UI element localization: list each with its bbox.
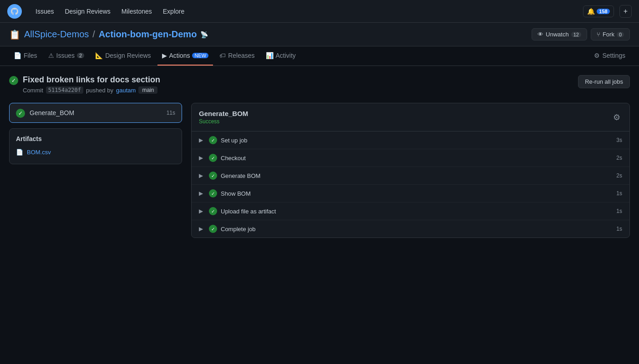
step-name-set-up-job: Set up job (221, 137, 613, 144)
repo-owner-link[interactable]: AllSpice-Demos (24, 29, 89, 40)
workflow-status-icon: ✓ (9, 76, 18, 85)
nav-milestones[interactable]: Milestones (117, 5, 157, 18)
panel-settings-button[interactable]: ⚙ (611, 111, 622, 124)
artifact-bom-csv[interactable]: 📄 BOM.csv (16, 147, 175, 157)
job-duration: 11s (167, 110, 175, 116)
design-reviews-icon: 📐 (95, 52, 103, 59)
job-item-generate-bom[interactable]: ✓ Generate_BOM 11s (9, 103, 182, 123)
artifacts-title: Artifacts (16, 135, 175, 142)
fork-icon: ⑂ (597, 31, 600, 38)
commit-label: Commit (23, 87, 43, 94)
step-name-checkout: Checkout (221, 155, 613, 162)
unwatch-button[interactable]: 👁 Unwatch 12 (532, 28, 587, 40)
step-success-icon: ✓ (209, 136, 217, 144)
workflow-info: Fixed broken links for docs section Comm… (23, 75, 160, 94)
repo-tabs: 📄 Files ⚠ Issues 2 📐 Design Reviews ▶ Ac… (0, 46, 639, 66)
nav-design-reviews[interactable]: Design Reviews (60, 5, 115, 18)
top-nav-links: Issues Design Reviews Milestones Explore (31, 5, 574, 18)
page-content: ✓ Fixed broken links for docs section Co… (0, 66, 639, 247)
tab-design-reviews[interactable]: 📐 Design Reviews (91, 46, 155, 66)
file-icon: 📄 (16, 149, 23, 156)
files-icon: 📄 (14, 52, 21, 59)
branch-badge: main (138, 86, 157, 94)
step-name-show-bom: Show BOM (221, 190, 613, 197)
right-panel: Generate_BOM Success ⚙ ▶ ✓ Set up job 3s… (191, 103, 630, 238)
step-name-generate-bom: Generate BOM (221, 172, 613, 179)
tab-design-reviews-label: Design Reviews (105, 52, 151, 59)
artifacts-section: Artifacts 📄 BOM.csv (9, 128, 182, 164)
commit-hash: 51154a220f (46, 86, 83, 94)
nav-issues[interactable]: Issues (31, 5, 58, 18)
step-row-show-bom[interactable]: ▶ ✓ Show BOM 1s (192, 185, 629, 202)
fork-count: 0 (617, 32, 624, 37)
tab-settings[interactable]: ⚙ Settings (589, 46, 630, 66)
main-layout: ✓ Generate_BOM 11s Artifacts 📄 BOM.csv G… (9, 103, 630, 238)
step-success-icon: ✓ (209, 154, 217, 162)
site-logo[interactable] (7, 4, 22, 19)
workflow-header: ✓ Fixed broken links for docs section Co… (9, 75, 630, 94)
step-duration-checkout: 2s (616, 155, 622, 161)
repo-name-link[interactable]: Action-bom-gen-Demo (99, 29, 197, 40)
step-chevron-icon: ▶ (199, 155, 205, 161)
activity-icon: 📊 (266, 52, 274, 59)
step-row-complete-job[interactable]: ▶ ✓ Complete job 1s (192, 220, 629, 238)
step-row-upload-file[interactable]: ▶ ✓ Upload file as artifact 1s (192, 202, 629, 220)
tab-activity[interactable]: 📊 Activity (261, 46, 300, 66)
right-panel-header: Generate_BOM Success ⚙ (192, 103, 629, 131)
step-chevron-icon: ▶ (199, 226, 205, 232)
artifact-name: BOM.csv (27, 149, 51, 156)
step-chevron-icon: ▶ (199, 137, 205, 143)
workflow-title-section: ✓ Fixed broken links for docs section Co… (9, 75, 160, 94)
tab-actions[interactable]: ▶ Actions NEW (157, 46, 213, 66)
issues-icon: ⚠ (48, 52, 54, 59)
right-panel-subtitle: Success (199, 118, 248, 125)
nav-explore[interactable]: Explore (158, 5, 189, 18)
author-link[interactable]: gautam (116, 87, 136, 94)
tab-releases[interactable]: 🏷 Releases (215, 46, 259, 66)
notifications-button[interactable]: 🔔 158 (583, 5, 614, 17)
pushed-by-label: pushed by (86, 87, 113, 94)
settings-icon: ⚙ (594, 52, 600, 59)
step-duration-generate-bom: 2s (616, 172, 622, 179)
step-duration-show-bom: 1s (616, 190, 622, 197)
unwatch-label: Unwatch (546, 31, 569, 38)
issues-badge: 2 (77, 53, 84, 58)
repo-actions: 👁 Unwatch 12 ⑂ Fork 0 (532, 28, 630, 40)
repo-header: 📋 AllSpice-Demos / Action-bom-gen-Demo 📡… (0, 23, 639, 46)
step-duration-set-up-job: 3s (616, 137, 622, 143)
bell-icon: 🔔 (587, 8, 595, 15)
step-success-icon: ✓ (209, 172, 217, 180)
step-row-set-up-job[interactable]: ▶ ✓ Set up job 3s (192, 131, 629, 149)
tab-files[interactable]: 📄 Files (9, 46, 42, 66)
step-duration-complete-job: 1s (616, 226, 622, 232)
step-success-icon: ✓ (209, 189, 217, 197)
step-name-upload-file: Upload file as artifact (221, 208, 613, 215)
rerun-button[interactable]: Re-run all jobs (578, 75, 630, 88)
right-panel-title: Generate_BOM (199, 110, 248, 117)
eye-icon: 👁 (538, 31, 543, 38)
actions-icon: ▶ (162, 52, 167, 59)
tab-issues[interactable]: ⚠ Issues 2 (44, 46, 89, 66)
right-panel-title-group: Generate_BOM Success (199, 110, 248, 125)
tab-issues-label: Issues (56, 52, 75, 59)
job-name: Generate_BOM (30, 109, 162, 116)
step-row-generate-bom[interactable]: ▶ ✓ Generate BOM 2s (192, 167, 629, 185)
workflow-meta: Commit 51154a220f pushed by gautam main (23, 86, 160, 94)
tab-settings-label: Settings (602, 52, 625, 59)
feed-icon: 📡 (200, 31, 208, 38)
steps-list: ▶ ✓ Set up job 3s ▶ ✓ Checkout 2s ▶ ✓ Ge… (192, 131, 629, 238)
step-row-checkout[interactable]: ▶ ✓ Checkout 2s (192, 149, 629, 167)
workflow-title: Fixed broken links for docs section (23, 75, 160, 85)
job-status-icon: ✓ (16, 109, 25, 118)
step-name-complete-job: Complete job (221, 226, 613, 233)
releases-icon: 🏷 (219, 52, 226, 59)
step-chevron-icon: ▶ (199, 190, 205, 197)
step-chevron-icon: ▶ (199, 172, 205, 179)
fork-button[interactable]: ⑂ Fork 0 (591, 28, 630, 40)
tab-releases-label: Releases (228, 52, 254, 59)
top-nav: Issues Design Reviews Milestones Explore… (0, 0, 639, 23)
tab-activity-label: Activity (276, 52, 296, 59)
step-duration-upload-file: 1s (616, 208, 622, 214)
notification-count: 158 (597, 9, 609, 14)
new-item-button[interactable]: + (619, 5, 632, 18)
